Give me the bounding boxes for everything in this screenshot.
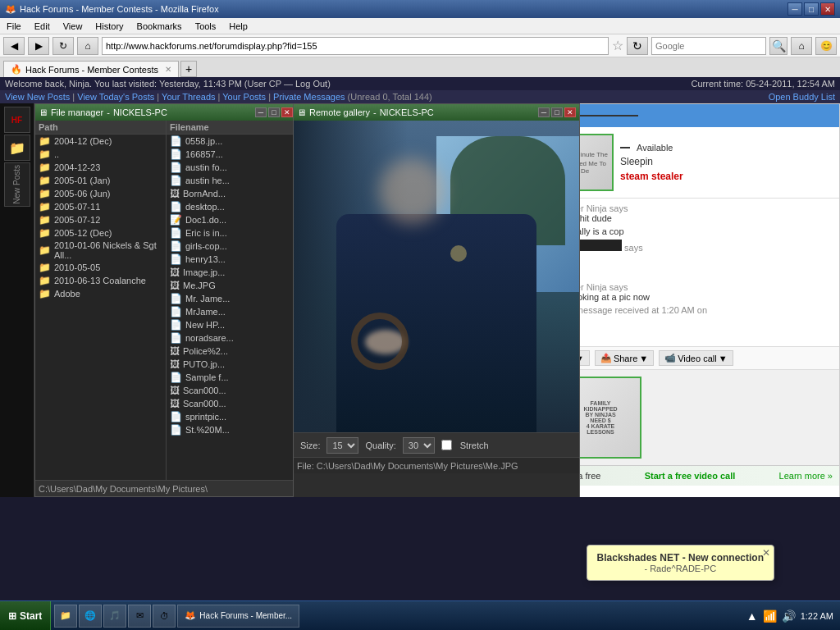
rg-size-select[interactable]: 15 [326,437,358,454]
fm-path-item-5[interactable]: 📁 2005-07-11 [35,200,166,213]
taskbar-icon-media[interactable]: 🎵 [103,605,126,628]
fm-path-item-8[interactable]: 📁 2010-01-06 Nickels & Sgt All... [35,240,166,261]
notification-close-button[interactable]: ✕ [762,547,770,559]
fm-path-item-10[interactable]: 📁 2010-06-13 Coalanche [35,274,166,287]
start-button[interactable]: ⊞ Start [0,601,51,630]
file-item-16[interactable]: 🖼Police%2... [167,345,296,358]
back-button[interactable]: ◀ [3,37,25,55]
file-item-0[interactable]: 📄0558.jp... [167,135,296,148]
view-new-posts-link[interactable]: View New Posts [5,92,70,102]
rg-quality-select[interactable]: 30 [403,437,435,454]
fm-path-item-4[interactable]: 📁 2005-06 (Jun) [35,187,166,200]
file-label-5: desktop... [185,202,225,212]
tray-network-icon[interactable]: 📶 [763,609,777,623]
url-input[interactable] [102,37,609,55]
menu-view[interactable]: View [60,20,86,33]
private-messages-link[interactable]: Private Messages [273,92,345,102]
home-button[interactable]: ⌂ [77,37,98,55]
file-item-6[interactable]: 📝Doc1.do... [167,213,296,226]
search-button[interactable]: 🔍 [769,37,788,55]
fm-path-item-2[interactable]: 📁 2004-12-23 [35,161,166,174]
file-label-3: austin he... [185,176,230,185]
file-item-10[interactable]: 🖼Image.jp... [167,266,296,279]
fm-close[interactable]: ✕ [281,107,293,117]
share-button[interactable]: 📤 Share▼ [595,350,654,366]
file-item-14[interactable]: 📄New HP... [167,318,296,331]
file-item-9[interactable]: 📄henry13... [167,253,296,266]
chat-msg-5: Master Ninja says I'm looking at a pic n… [556,282,833,302]
file-label-4: BornAnd... [183,189,226,199]
bookmark-icon[interactable]: ☆ [612,38,623,53]
fm-path-item-9[interactable]: 📁 2010-05-05 [35,261,166,274]
menu-edit[interactable]: Edit [31,20,53,33]
taskbar-icon-recents[interactable]: ⏱ [153,605,176,628]
file-item-13[interactable]: 📄MrJame... [167,305,296,318]
file-item-17[interactable]: 🖼PUTO.jp... [167,358,296,371]
tray-arrow[interactable]: ▲ [746,609,758,623]
menu-file[interactable]: File [3,20,25,33]
fm-path-item-11[interactable]: 📁 Adobe [35,287,166,300]
file-item-20[interactable]: 🖼Scan000... [167,397,296,410]
file-item-5[interactable]: 📄desktop... [167,200,296,213]
menu-bookmarks[interactable]: Bookmarks [134,20,185,33]
taskbar-icon-explorer[interactable]: 📁 [54,605,77,628]
taskbar-firefox-icon: 🦊 [185,610,196,621]
file-item-15[interactable]: 📄noradsare... [167,331,296,345]
fm-path-item-6[interactable]: 📁 2005-07-12 [35,213,166,226]
new-posts-icon[interactable]: New Posts [4,162,30,207]
video-call-button[interactable]: 📹 Video call▼ [659,350,733,366]
new-tab-button[interactable]: + [180,61,197,77]
menu-history[interactable]: History [92,20,126,33]
fm-path-item-0[interactable]: 📁 2004-12 (Dec) [35,135,166,148]
active-tab[interactable]: 🔥 Hack Forums - Member Contests ✕ [3,61,179,77]
sidebar-icon-1[interactable]: HF [4,107,30,133]
forward-button[interactable]: ▶ [28,37,49,55]
file-item-1[interactable]: 📄166857... [167,148,296,161]
search-input[interactable] [651,37,766,55]
fm-path-item-1[interactable]: 📁 .. [35,148,166,161]
fm-path-item-3[interactable]: 📁 2005-01 (Jan) [35,174,166,187]
fm-path-label-2: 2004-12-23 [54,162,100,172]
fm-maximize[interactable]: □ [268,107,280,117]
learn-more-button[interactable]: Learn more » [779,471,833,481]
file-item-22[interactable]: 📄St.%20M... [167,423,296,436]
rg-stretch-checkbox[interactable] [441,440,452,450]
fm-minimize[interactable]: ─ [255,107,267,117]
rg-minimize[interactable]: ─ [538,107,550,117]
refresh-button[interactable]: ↻ [52,37,74,55]
minimize-button[interactable]: ─ [788,2,802,16]
file-item-12[interactable]: 📄Mr. Jame... [167,292,296,305]
close-button[interactable]: ✕ [820,2,835,16]
taskbar-firefox-item[interactable]: 🦊 Hack Forums - Member... [177,605,299,628]
reload-button[interactable]: ↻ [627,37,648,55]
your-threads-link[interactable]: Your Threads [162,92,215,102]
maximize-button[interactable]: □ [804,2,819,16]
menu-help[interactable]: Help [226,20,251,33]
addon-button[interactable]: 😊 [815,37,837,55]
buddy-list-link[interactable]: Open Buddy List [769,92,835,102]
file-item-4[interactable]: 🖼BornAnd... [167,187,296,200]
file-item-8[interactable]: 📄girls-cop... [167,240,296,253]
menu-tools[interactable]: Tools [192,20,220,33]
taskbar-icon-mail[interactable]: ✉ [128,605,151,628]
rg-maximize[interactable]: □ [551,107,563,117]
taskbar-icon-ie[interactable]: 🌐 [79,605,102,628]
tab-close-icon[interactable]: ✕ [165,65,171,74]
current-time: Current time: 05-24-2011, 12:54 AM [692,79,835,89]
video-link[interactable]: Start a free video call [645,471,736,481]
tray-volume-icon[interactable]: 🔊 [782,609,796,623]
file-item-3[interactable]: 📄austin he... [167,174,296,187]
your-posts-link[interactable]: Your Posts [222,92,266,102]
view-todays-posts-link[interactable]: View Today's Posts [77,92,154,102]
rg-close[interactable]: ✕ [564,107,576,117]
fm-path-item-7[interactable]: 📁 2005-12 (Dec) [35,226,166,240]
file-item-21[interactable]: 📄sprintpic... [167,410,296,423]
file-item-7[interactable]: 📄Eric is in... [167,226,296,240]
folder-icon-5: 📁 [39,201,51,212]
home-icon-button[interactable]: ⌂ [791,37,812,55]
file-item-11[interactable]: 🖼Me.JPG [167,279,296,292]
sidebar-icon-2[interactable]: 📁 [4,135,30,161]
file-item-19[interactable]: 🖼Scan000... [167,384,296,397]
file-item-2[interactable]: 📄austin fo... [167,161,296,174]
file-item-18[interactable]: 📄Sample f... [167,371,296,384]
